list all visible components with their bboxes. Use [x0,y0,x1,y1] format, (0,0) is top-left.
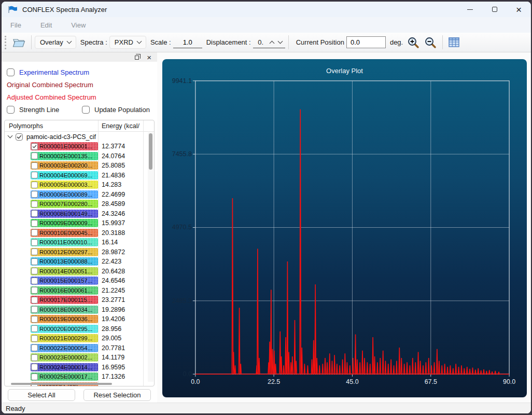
tree-row[interactable]: R000002E000135...24.0764 [5,151,147,161]
tree-row[interactable]: R000019E000036...19.4206 [5,314,147,324]
tree-row[interactable]: R000025E000017...17.1326 [5,372,147,382]
displacement-stepper[interactable]: 0. [253,37,285,48]
chevron-down-icon[interactable] [277,38,283,44]
toolbar-separator [31,35,32,49]
overlay-plot-chart[interactable]: 0.02485.34970.57455.89941.10.022.545.067… [162,59,527,397]
experimental-spectrum-checkbox[interactable] [7,68,15,76]
close-button[interactable]: × [507,2,531,17]
dock-float-icon[interactable] [135,56,139,60]
polymorph-checkbox[interactable] [31,229,38,236]
tree-row[interactable]: R000022E000054...20.7781 [5,343,147,353]
polymorph-checkbox[interactable] [31,172,38,178]
energy-value: 20.3188 [102,229,125,237]
polymorph-chip: R000016E000061... [31,286,98,295]
parent-checkbox[interactable] [16,133,23,141]
zoom-out-button[interactable] [422,35,439,50]
polymorph-checkbox[interactable] [31,325,38,332]
tree-row[interactable]: R000003E000200...25.8085 [5,161,147,171]
toolbar-grip[interactable] [5,36,7,49]
tree-row[interactable]: R000009E000009...15.9937 [5,218,147,228]
polymorph-checkbox[interactable] [31,297,38,303]
polymorph-checkbox[interactable] [31,364,38,370]
vertical-scrollbar-thumb[interactable] [149,133,152,170]
overlay-dropdown[interactable]: Overlay [35,36,76,49]
tree-row[interactable]: R000012E000297...28.9872 [5,247,147,257]
tree-row[interactable]: R000020E000295...28.956 [5,324,147,334]
tree-row[interactable]: R000010E000045...20.3188 [5,228,147,238]
polymorph-checkbox[interactable] [31,258,38,265]
energy-value: 21.4836 [102,172,125,179]
polymorph-checkbox[interactable] [31,239,38,246]
tree-row[interactable]: R000016E000061...21.2245 [5,286,147,296]
menu-edit[interactable]: Edit [40,21,52,29]
zoom-in-button[interactable] [405,35,422,50]
plot-panel[interactable]: Overlay Plot 0.02485.34970.57455.89941.1… [162,59,527,397]
polymorph-checkbox[interactable] [31,210,38,217]
vertical-scrollbar[interactable] [148,132,153,382]
strength-line-checkbox[interactable] [7,106,15,114]
select-all-button[interactable]: Select All [8,389,75,401]
current-position-input[interactable] [346,36,386,48]
scale-input[interactable] [173,37,202,48]
menu-file[interactable]: File [10,21,21,29]
polymorph-checkbox[interactable] [31,143,38,150]
polymorph-checkbox[interactable] [31,278,38,284]
maximize-button[interactable] [482,2,507,17]
status-text: Ready [6,405,25,412]
update-population-checkbox[interactable] [82,106,90,114]
tree-row[interactable]: R000018E000034...19.2896 [5,305,147,315]
tree-parent-row[interactable]: pamoic-acid-c3-PCS_cif [5,132,147,142]
dock-close-icon[interactable]: × [147,53,151,61]
polymorph-id: R000004E000069... [39,172,92,178]
polymorph-checkbox[interactable] [31,220,38,227]
tree-row[interactable]: R000024E000014...16.9595 [5,363,147,372]
tree-row[interactable]: R000014E000051...20.6428 [5,267,147,276]
tree-row[interactable]: R000008E000149...24.3246 [5,209,147,219]
tree-row[interactable]: R000001E000001...12.3774 [5,142,147,151]
polymorph-checkbox[interactable] [31,335,38,342]
tree-row[interactable]: R000007E000280...28.4589 [5,199,147,209]
reset-selection-button[interactable]: Reset Selection [83,389,151,401]
tree-row[interactable]: R000023E000002...14.1179 [5,353,147,363]
polymorph-chip: R000018E000034... [31,306,98,314]
polymorph-checkbox[interactable] [31,306,38,313]
close-icon: × [516,5,522,15]
polymorph-checkbox[interactable] [31,201,38,208]
spectra-dropdown[interactable]: PXRD [109,36,146,49]
tree-row[interactable]: R000013E000088...22.423 [5,257,147,267]
tree-row[interactable]: R000005E000003...14.283 [5,180,147,190]
polymorph-id: R000008E000149... [39,211,92,217]
polymorph-checkbox[interactable] [31,344,38,351]
tree-row[interactable]: R000004E000069...21.4836 [5,171,147,181]
minimize-button[interactable] [458,2,482,17]
column-header-polymorphs[interactable]: Polymorphs [9,120,43,132]
tree-rows-container: R000001E000001...12.3774R000002E000135..… [5,142,147,386]
menu-view[interactable]: View [71,21,86,29]
polymorph-checkbox[interactable] [31,354,38,361]
table-view-button[interactable] [446,36,462,49]
polymorph-checkbox[interactable] [31,316,38,323]
polymorph-checkbox[interactable] [31,162,38,169]
experimental-spectrum-label: Experimental Spectrum [19,68,89,76]
tree-row[interactable]: R000006E000089...22.4699 [5,190,147,200]
tree-row[interactable]: R000017E000115...23.2771 [5,295,147,305]
polymorph-checkbox[interactable] [31,153,38,159]
strength-line-label: Strength Line [19,106,59,114]
app-logo-icon [8,6,18,13]
polymorph-checkbox[interactable] [31,374,38,380]
polymorph-checkbox[interactable] [31,268,38,274]
expand-chevron-icon[interactable] [8,133,13,139]
polymorph-checkbox[interactable] [31,191,38,198]
polymorph-checkbox[interactable] [31,248,38,255]
chevron-up-icon[interactable] [269,40,274,46]
open-file-button[interactable] [10,36,28,49]
polymorph-checkbox[interactable] [31,287,38,294]
energy-value: 28.9872 [102,248,125,256]
tree-row[interactable]: R000011E000010...16.14 [5,238,147,247]
column-header-energy[interactable]: Energy (kcal/ [102,120,139,132]
polymorph-checkbox[interactable] [31,182,38,188]
tree-row[interactable]: R000015E000157...24.6546 [5,276,147,286]
horizontal-scrollbar-thumb[interactable] [11,383,112,385]
tree-row[interactable]: R000021E000299...29.005 [5,334,147,343]
zoom-in-icon [407,36,420,49]
